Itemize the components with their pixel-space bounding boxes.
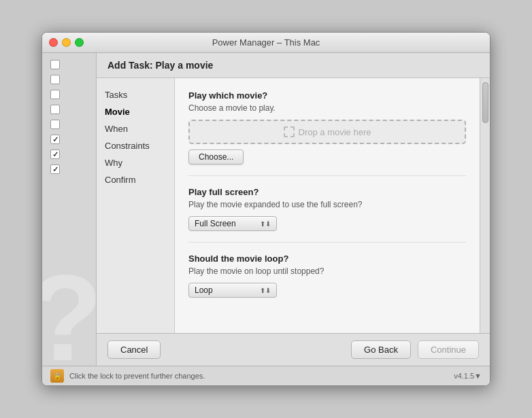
lock-icon[interactable] bbox=[50, 369, 64, 383]
separator-2 bbox=[188, 242, 466, 243]
loop-select-arrow: ⬆⬇ bbox=[260, 287, 271, 294]
sidebar-item-confirm[interactable]: Confirm bbox=[97, 171, 174, 188]
cancel-button[interactable]: Cancel bbox=[107, 341, 161, 359]
choose-button[interactable]: Choose... bbox=[188, 150, 244, 164]
form-area: Play which movie? Choose a movie to play… bbox=[175, 78, 480, 333]
sidebar-item-constraints[interactable]: Constraints bbox=[97, 137, 174, 154]
dialog-title: Add Task: Play a movie bbox=[107, 60, 213, 71]
checkbox-row-3 bbox=[42, 90, 96, 99]
status-bar: Click the lock to prevent further change… bbox=[42, 366, 490, 385]
checkbox-row-5 bbox=[42, 120, 96, 129]
continue-button: Continue bbox=[418, 341, 479, 359]
checkbox-3[interactable] bbox=[50, 90, 60, 99]
drop-zone[interactable]: Drop a movie here bbox=[188, 120, 466, 144]
separator-1 bbox=[188, 175, 466, 176]
checkbox-6[interactable] bbox=[50, 135, 60, 144]
checkbox-7[interactable] bbox=[50, 150, 60, 159]
titlebar: Power Manager – This Mac bbox=[42, 33, 490, 53]
close-button[interactable] bbox=[49, 38, 58, 47]
checkbox-1[interactable] bbox=[50, 60, 60, 69]
bottom-buttons-right: Go Back Continue bbox=[351, 341, 479, 359]
fullscreen-select-arrow: ⬆⬇ bbox=[260, 220, 271, 228]
dialog-header: Add Task: Play a movie bbox=[97, 53, 490, 78]
bottom-bar: Cancel Go Back Continue bbox=[97, 333, 490, 366]
drop-zone-icon bbox=[284, 126, 295, 137]
lock-message: Click the lock to prevent further change… bbox=[69, 372, 205, 380]
sidebar-item-why[interactable]: Why bbox=[97, 154, 174, 171]
fullscreen-select-value: Full Screen bbox=[195, 219, 236, 228]
maximize-button[interactable] bbox=[75, 38, 84, 47]
scrollbar-thumb[interactable] bbox=[482, 82, 488, 123]
drop-zone-label: Drop a movie here bbox=[299, 127, 371, 137]
scrollbar-track[interactable] bbox=[480, 78, 490, 333]
loop-select-value: Loop bbox=[195, 285, 213, 295]
checkbox-row-1 bbox=[42, 60, 96, 69]
content-area: Add Task: Play a movie Tasks Movie When … bbox=[42, 53, 490, 366]
movie-section-desc: Choose a movie to play. bbox=[188, 103, 466, 113]
checkbox-4[interactable] bbox=[50, 105, 60, 114]
sidebar-item-when[interactable]: When bbox=[97, 120, 174, 137]
version-label: v4.1.5▼ bbox=[454, 372, 482, 380]
checkbox-8[interactable] bbox=[50, 164, 60, 174]
dialog-split: Tasks Movie When Constraints Why Confirm… bbox=[97, 78, 490, 333]
checkbox-row-2 bbox=[42, 75, 96, 84]
traffic-lights bbox=[49, 38, 84, 47]
minimize-button[interactable] bbox=[62, 38, 71, 47]
checkbox-5[interactable] bbox=[50, 120, 60, 129]
fullscreen-section-desc: Play the movie expanded to use the full … bbox=[188, 200, 466, 209]
checkbox-row-8 bbox=[42, 164, 96, 174]
go-back-button[interactable]: Go Back bbox=[351, 341, 411, 359]
loop-select[interactable]: Loop ⬆⬇ bbox=[188, 283, 277, 298]
left-panel bbox=[42, 53, 97, 366]
checkbox-row-7 bbox=[42, 150, 96, 159]
fullscreen-section-title: Play full screen? bbox=[188, 187, 466, 197]
fullscreen-select[interactable]: Full Screen ⬆⬇ bbox=[188, 216, 277, 231]
nav-sidebar: Tasks Movie When Constraints Why Confirm bbox=[97, 78, 175, 333]
dialog-body: Add Task: Play a movie Tasks Movie When … bbox=[97, 53, 490, 366]
loop-section-desc: Play the movie on loop until stopped? bbox=[188, 266, 466, 276]
loop-section-title: Should the movie loop? bbox=[188, 254, 466, 264]
checkbox-row-6 bbox=[42, 135, 96, 144]
movie-section-title: Play which movie? bbox=[188, 90, 466, 101]
checkbox-2[interactable] bbox=[50, 75, 60, 84]
window-title: Power Manager – This Mac bbox=[212, 37, 320, 48]
sidebar-item-movie[interactable]: Movie bbox=[97, 103, 174, 120]
checkbox-row-4 bbox=[42, 105, 96, 114]
sidebar-item-tasks[interactable]: Tasks bbox=[97, 86, 174, 103]
main-window: Power Manager – This Mac bbox=[41, 32, 491, 386]
